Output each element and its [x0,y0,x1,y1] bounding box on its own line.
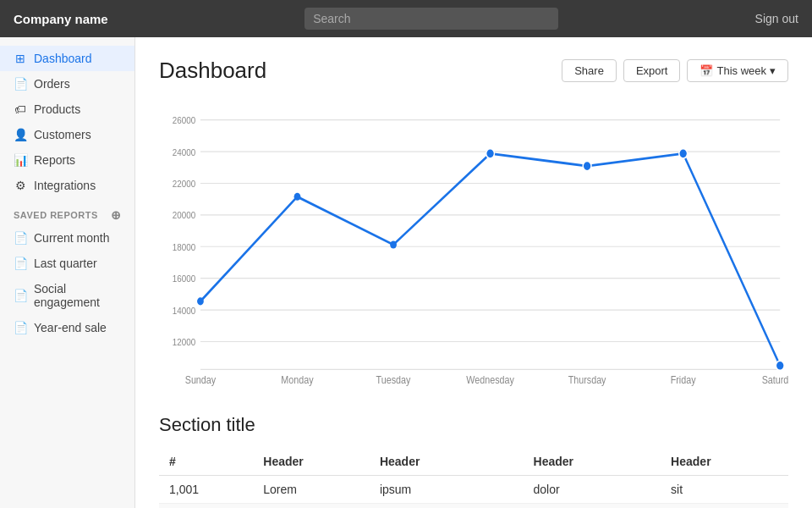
svg-text:Sunday: Sunday [185,374,217,386]
table-cell-0-4: sit [661,476,788,504]
sidebar-saved-report-label: Social engagement [34,282,121,309]
table-col-header-3: Header [524,448,661,476]
svg-text:16000: 16000 [173,273,195,284]
doc-icon: 📄 [14,77,27,91]
table-header: #HeaderHeaderHeaderHeader [159,448,788,476]
svg-text:Tuesday: Tuesday [376,374,411,386]
svg-text:20000: 20000 [173,210,195,221]
saved-reports-text: SAVED REPORTS [14,210,98,220]
sidebar-item-label: Dashboard [34,52,92,65]
chart-point-friday [679,149,688,158]
chart-point-thursday [583,161,591,170]
sidebar-item-label: Customers [34,128,91,141]
sidebar-item-products[interactable]: 🏷Products [0,97,134,122]
sidebar-item-label: Orders [34,77,70,91]
svg-text:Saturday: Saturday [762,374,788,386]
svg-text:Friday: Friday [671,374,696,386]
sidebar: ⊞Dashboard📄Orders🏷Products👤Customers📊Rep… [0,37,135,508]
sidebar-item-orders[interactable]: 📄Orders [0,71,134,97]
table-cell-0-1: Lorem [253,476,370,504]
export-button[interactable]: Export [623,59,681,82]
svg-text:Monday: Monday [281,374,313,386]
table-col-header-4: Header [661,448,788,476]
tag-icon: 🏷 [14,102,27,116]
main-content: Dashboard Share Export 📅 This week ▾ [135,37,812,508]
sidebar-item-label: Products [34,102,80,116]
chart-point-sunday [197,297,204,305]
sidebar-saved-report-label: Year-end sale [34,321,107,334]
layers-icon: ⚙ [14,179,27,192]
table-col-header-1: Header [253,448,370,476]
table-cell-1-0: 1,002 [159,504,253,509]
chart-point-wednesday [486,149,495,158]
topbar: Company name Sign out [0,0,812,37]
data-table: #HeaderHeaderHeaderHeader 1,001Loremipsu… [159,448,788,508]
chart-point-saturday [776,361,784,370]
sidebar-item-label: Integrations [34,179,96,192]
svg-text:Thursday: Thursday [568,374,606,386]
chart-point-monday [294,193,301,201]
svg-text:22000: 22000 [173,178,195,189]
sidebar-saved-report-label: Current month [34,231,109,245]
sidebar-item-year-end-sale[interactable]: 📄Year-end sale [0,315,134,340]
bar-chart-icon: 📊 [14,153,27,167]
table-cell-1-1: amet [253,504,370,509]
svg-text:12000: 12000 [173,336,195,347]
doc-icon: 📄 [14,257,27,270]
table-cell-0-0: 1,001 [159,476,253,504]
sidebar-item-current-month[interactable]: 📄Current month [0,225,134,251]
doc-icon: 📄 [14,289,27,302]
table-cell-0-2: ipsum [370,476,524,504]
sidebar-item-integrations[interactable]: ⚙Integrations [0,173,134,198]
svg-text:18000: 18000 [173,241,195,252]
table-cell-1-3: adipiscing [524,504,661,509]
company-name: Company name [14,12,108,26]
svg-text:26000: 26000 [173,114,195,125]
sidebar-saved-report-label: Last quarter [34,257,97,270]
add-report-icon[interactable]: ⊕ [111,208,122,222]
page-title: Dashboard [159,58,266,84]
dashboard-header: Dashboard Share Export 📅 This week ▾ [159,58,788,84]
signout-button[interactable]: Sign out [755,12,798,25]
chart-svg: 26000 24000 22000 20000 18000 16000 1400… [159,101,788,389]
week-selector[interactable]: 📅 This week ▾ [687,59,788,82]
table-body: 1,001Loremipsumdolorsit1,002ametconsecte… [159,476,788,509]
doc-icon: 📄 [14,231,27,245]
dashboard-actions: Share Export 📅 This week ▾ [562,59,788,82]
svg-text:24000: 24000 [173,146,195,157]
doc-icon: 📄 [14,321,27,334]
calendar-icon: 📅 [700,64,713,77]
sidebar-item-customers[interactable]: 👤Customers [0,122,134,147]
table-col-header-0: # [159,448,253,476]
table-cell-1-4: elit [661,504,788,509]
table-cell-0-3: dolor [524,476,661,504]
sidebar-item-last-quarter[interactable]: 📄Last quarter [0,251,134,276]
saved-reports-label: SAVED REPORTS⊕ [0,198,134,225]
table-cell-1-2: consectetur [370,504,524,509]
layout: ⊞Dashboard📄Orders🏷Products👤Customers📊Rep… [0,37,812,508]
table-row: 1,001Loremipsumdolorsit [159,476,788,504]
chart-point-tuesday [390,240,397,248]
search-input[interactable] [304,8,558,30]
person-icon: 👤 [14,128,27,141]
chevron-down-icon: ▾ [770,64,776,77]
svg-text:14000: 14000 [173,305,195,316]
sidebar-item-reports[interactable]: 📊Reports [0,147,134,173]
svg-text:Wednesday: Wednesday [466,374,514,386]
week-label: This week [716,64,766,77]
table-col-header-2: Header [370,448,524,476]
table-row: 1,002ametconsecteturadipiscingelit [159,504,788,509]
line-chart: 26000 24000 22000 20000 18000 16000 1400… [159,101,788,389]
sidebar-item-social-engagement[interactable]: 📄Social engagement [0,276,134,315]
sidebar-item-dashboard[interactable]: ⊞Dashboard [0,46,134,71]
section-title: Section title [159,414,788,436]
table-header-row: #HeaderHeaderHeaderHeader [159,448,788,476]
sidebar-item-label: Reports [34,153,75,167]
share-button[interactable]: Share [562,59,617,82]
grid-icon: ⊞ [14,52,27,65]
